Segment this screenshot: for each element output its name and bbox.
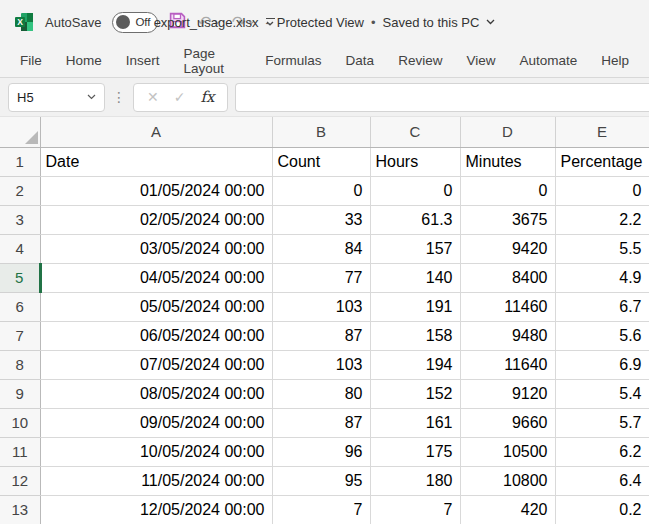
cell-b11[interactable]: 96 bbox=[272, 437, 370, 466]
cell-c8[interactable]: 194 bbox=[370, 350, 460, 379]
column-header-e[interactable]: E bbox=[555, 117, 649, 147]
cell-d8[interactable]: 11640 bbox=[460, 350, 555, 379]
cell-e3[interactable]: 2.2 bbox=[555, 205, 649, 234]
cell-e1[interactable]: Percentage bbox=[555, 147, 649, 176]
cell-e6[interactable]: 6.7 bbox=[555, 292, 649, 321]
cell-b10[interactable]: 87 bbox=[272, 408, 370, 437]
cell-d2[interactable]: 0 bbox=[460, 176, 555, 205]
column-header-a[interactable]: A bbox=[40, 117, 272, 147]
row-header-3[interactable]: 3 bbox=[0, 205, 40, 234]
cell-e13[interactable]: 0.2 bbox=[555, 495, 649, 524]
insert-function-icon[interactable]: fx bbox=[200, 90, 214, 105]
name-box-chevron-down-icon[interactable] bbox=[87, 94, 96, 100]
cell-e11[interactable]: 6.2 bbox=[555, 437, 649, 466]
row-header-6[interactable]: 6 bbox=[0, 292, 40, 321]
cell-b12[interactable]: 95 bbox=[272, 466, 370, 495]
formula-bar-input[interactable] bbox=[235, 83, 649, 112]
cell-c9[interactable]: 152 bbox=[370, 379, 460, 408]
row-header-2[interactable]: 2 bbox=[0, 176, 40, 205]
title-chevron-down-icon[interactable] bbox=[486, 19, 495, 25]
cell-a9[interactable]: 08/05/2024 00:00 bbox=[40, 379, 272, 408]
cell-b7[interactable]: 87 bbox=[272, 321, 370, 350]
tab-view[interactable]: View bbox=[454, 44, 507, 77]
select-all-button[interactable] bbox=[0, 117, 40, 147]
cell-a12[interactable]: 11/05/2024 00:00 bbox=[40, 466, 272, 495]
row-header-8[interactable]: 8 bbox=[0, 350, 40, 379]
cell-c2[interactable]: 0 bbox=[370, 176, 460, 205]
cell-d3[interactable]: 3675 bbox=[460, 205, 555, 234]
cell-c1[interactable]: Hours bbox=[370, 147, 460, 176]
cell-e4[interactable]: 5.5 bbox=[555, 234, 649, 263]
cell-a4[interactable]: 03/05/2024 00:00 bbox=[40, 234, 272, 263]
tab-automate[interactable]: Automate bbox=[507, 44, 589, 77]
tab-file[interactable]: File bbox=[8, 44, 54, 77]
cell-a1[interactable]: Date bbox=[40, 147, 272, 176]
cell-e5[interactable]: 4.9 bbox=[555, 263, 649, 292]
cell-c12[interactable]: 180 bbox=[370, 466, 460, 495]
cell-a2[interactable]: 01/05/2024 00:00 bbox=[40, 176, 272, 205]
cell-e7[interactable]: 5.6 bbox=[555, 321, 649, 350]
cell-a3[interactable]: 02/05/2024 00:00 bbox=[40, 205, 272, 234]
cell-c4[interactable]: 157 bbox=[370, 234, 460, 263]
cell-d5[interactable]: 8400 bbox=[460, 263, 555, 292]
cell-c11[interactable]: 175 bbox=[370, 437, 460, 466]
cell-c5[interactable]: 140 bbox=[370, 263, 460, 292]
cell-a8[interactable]: 07/05/2024 00:00 bbox=[40, 350, 272, 379]
cell-d7[interactable]: 9480 bbox=[460, 321, 555, 350]
enter-icon[interactable]: ✓ bbox=[174, 90, 186, 104]
cell-d13[interactable]: 420 bbox=[460, 495, 555, 524]
tab-data[interactable]: Data bbox=[334, 44, 387, 77]
cell-b2[interactable]: 0 bbox=[272, 176, 370, 205]
tab-page-layout[interactable]: Page Layout bbox=[172, 44, 254, 77]
cell-b5[interactable]: 77 bbox=[272, 263, 370, 292]
column-header-c[interactable]: C bbox=[370, 117, 460, 147]
cell-b1[interactable]: Count bbox=[272, 147, 370, 176]
row-header-4[interactable]: 4 bbox=[0, 234, 40, 263]
cell-b6[interactable]: 103 bbox=[272, 292, 370, 321]
row-header-11[interactable]: 11 bbox=[0, 437, 40, 466]
cell-c13[interactable]: 7 bbox=[370, 495, 460, 524]
cell-e9[interactable]: 5.4 bbox=[555, 379, 649, 408]
row-header-12[interactable]: 12 bbox=[0, 466, 40, 495]
row-header-7[interactable]: 7 bbox=[0, 321, 40, 350]
window-title[interactable]: export_usage.xlsx - Protected View • Sav… bbox=[0, 0, 649, 44]
cell-d12[interactable]: 10800 bbox=[460, 466, 555, 495]
tab-insert[interactable]: Insert bbox=[114, 44, 172, 77]
row-header-13[interactable]: 13 bbox=[0, 495, 40, 524]
cell-c10[interactable]: 161 bbox=[370, 408, 460, 437]
cell-d11[interactable]: 10500 bbox=[460, 437, 555, 466]
cell-a7[interactable]: 06/05/2024 00:00 bbox=[40, 321, 272, 350]
column-header-d[interactable]: D bbox=[460, 117, 555, 147]
cell-b8[interactable]: 103 bbox=[272, 350, 370, 379]
cell-b3[interactable]: 33 bbox=[272, 205, 370, 234]
row-header-10[interactable]: 10 bbox=[0, 408, 40, 437]
column-header-b[interactable]: B bbox=[272, 117, 370, 147]
cell-e12[interactable]: 6.4 bbox=[555, 466, 649, 495]
cell-a11[interactable]: 10/05/2024 00:00 bbox=[40, 437, 272, 466]
tab-review[interactable]: Review bbox=[386, 44, 454, 77]
cell-d1[interactable]: Minutes bbox=[460, 147, 555, 176]
cell-b9[interactable]: 80 bbox=[272, 379, 370, 408]
name-box[interactable]: H5 bbox=[8, 83, 105, 112]
formula-bar-drag-handle-icon[interactable]: ⋮ bbox=[112, 90, 126, 104]
cell-c7[interactable]: 158 bbox=[370, 321, 460, 350]
row-header-5[interactable]: 5 bbox=[0, 263, 40, 292]
row-header-1[interactable]: 1 bbox=[0, 147, 40, 176]
cell-e10[interactable]: 5.7 bbox=[555, 408, 649, 437]
cell-d9[interactable]: 9120 bbox=[460, 379, 555, 408]
cell-e2[interactable]: 0 bbox=[555, 176, 649, 205]
tab-formulas[interactable]: Formulas bbox=[253, 44, 333, 77]
tab-home[interactable]: Home bbox=[54, 44, 114, 77]
cell-d6[interactable]: 11460 bbox=[460, 292, 555, 321]
cell-a6[interactable]: 05/05/2024 00:00 bbox=[40, 292, 272, 321]
cell-a5[interactable]: 04/05/2024 00:00 bbox=[40, 263, 272, 292]
cell-c3[interactable]: 61.3 bbox=[370, 205, 460, 234]
cell-b13[interactable]: 7 bbox=[272, 495, 370, 524]
cancel-icon[interactable]: ✕ bbox=[147, 90, 159, 104]
cell-c6[interactable]: 191 bbox=[370, 292, 460, 321]
tab-help[interactable]: Help bbox=[589, 44, 641, 77]
row-header-9[interactable]: 9 bbox=[0, 379, 40, 408]
cell-a10[interactable]: 09/05/2024 00:00 bbox=[40, 408, 272, 437]
cell-d4[interactable]: 9420 bbox=[460, 234, 555, 263]
cell-b4[interactable]: 84 bbox=[272, 234, 370, 263]
